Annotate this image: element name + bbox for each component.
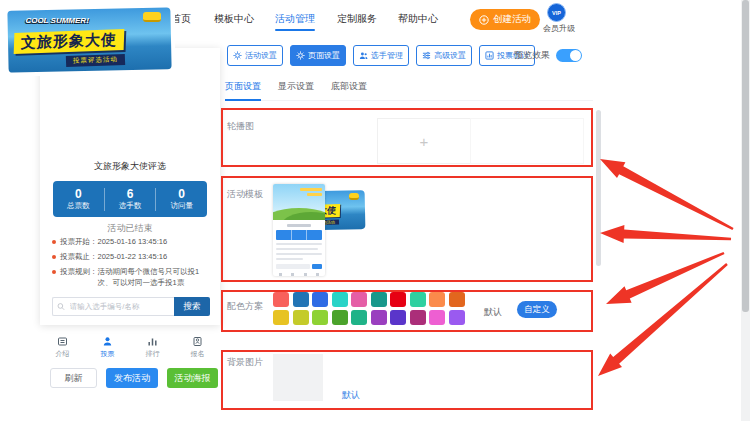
activity-template-thumbnail[interactable]: [273, 184, 325, 276]
color-swatch[interactable]: [332, 310, 348, 325]
create-activity-button[interactable]: 创建活动: [470, 9, 540, 30]
color-swatch[interactable]: [371, 310, 387, 325]
colors-field-label: 配色方案: [227, 300, 263, 313]
admin-actions: 刷新 发布活动 活动海报: [50, 368, 218, 388]
color-swatch[interactable]: [371, 292, 387, 307]
vip-badge[interactable]: VIP: [547, 3, 566, 22]
search-icon: [57, 302, 65, 311]
settings-toolbar: 活动设置 页面设置 选手管理 高级设置: [227, 45, 535, 66]
color-swatch[interactable]: [332, 292, 348, 307]
preview-toggle-group: 预览效果: [514, 49, 582, 62]
page-scrollbar-thumb[interactable]: [742, 0, 749, 312]
nav-item-activity-management[interactable]: 活动管理: [275, 12, 315, 26]
nav-item-help-center[interactable]: 帮助中心: [398, 12, 438, 26]
content-scrollbar[interactable]: [596, 110, 601, 266]
template-body: [273, 220, 325, 276]
color-swatch[interactable]: [273, 310, 289, 325]
color-swatch[interactable]: [312, 310, 328, 325]
info-label: 投票开始：: [60, 237, 98, 248]
vip-upgrade-label: 会员升级: [538, 23, 580, 34]
subtab-page-settings[interactable]: 页面设置: [225, 80, 261, 101]
template-header-art: [273, 184, 325, 220]
stat-label: 总票数: [53, 201, 104, 211]
banner-tagline: COOL SUMMER!: [25, 16, 88, 25]
add-carousel-image-tile[interactable]: +: [377, 118, 471, 164]
annotation-arrow: [598, 263, 728, 376]
bottom-nav-ranking[interactable]: 排行: [130, 332, 175, 359]
color-swatch[interactable]: [449, 292, 465, 307]
empty-carousel-slot: [470, 118, 584, 164]
plus-icon: +: [420, 133, 429, 150]
bottom-nav-vote[interactable]: 投票: [85, 332, 130, 359]
page-settings-subtabs: 页面设置 显示设置 底部设置: [225, 80, 593, 101]
preview-effect-toggle[interactable]: [556, 49, 582, 62]
template-title-bar: [307, 193, 322, 196]
tab-contestant-management[interactable]: 选手管理: [353, 45, 409, 66]
color-swatch[interactable]: [273, 292, 289, 307]
publish-activity-button[interactable]: 发布活动: [106, 368, 158, 388]
tab-advanced-settings[interactable]: 高级设置: [416, 45, 472, 66]
gear-icon: [233, 51, 242, 60]
template-bottom-nav: [279, 273, 319, 276]
tab-label: 高级设置: [434, 50, 466, 61]
tab-page-settings[interactable]: 页面设置: [290, 45, 346, 66]
color-default-option[interactable]: 默认: [484, 306, 502, 319]
color-swatch[interactable]: [293, 310, 309, 325]
stat-visits: 0 访问量: [155, 188, 207, 211]
color-swatch[interactable]: [312, 292, 328, 307]
plus-circle-icon: [479, 15, 489, 25]
color-swatch[interactable]: [410, 310, 426, 325]
nav-item-custom-service[interactable]: 定制服务: [337, 12, 377, 26]
bullet-dot-icon: [52, 255, 56, 259]
color-swatch[interactable]: [429, 292, 445, 307]
background-default-link[interactable]: 默认: [342, 389, 360, 402]
template-title-bar: [300, 188, 322, 191]
info-text: 活动期间每个微信号只可以投1次、可以对同一选手投1票: [98, 267, 211, 289]
template-text-bar: [276, 243, 322, 245]
sliders-icon: [422, 51, 431, 60]
users-icon: [359, 51, 368, 60]
template-search-bar: [276, 264, 322, 269]
carousel-field-label: 轮播图: [227, 120, 254, 133]
app-window: 状元评选 用户首页 模板中心 活动管理 定制服务 帮助中心 创建活动 VIP 会…: [0, 0, 750, 421]
tab-activity-settings[interactable]: 活动设置: [227, 45, 283, 66]
color-swatch[interactable]: [390, 310, 406, 325]
color-swatch[interactable]: [293, 292, 309, 307]
ranking-bars-icon: [147, 336, 158, 347]
template-text-bar: [276, 248, 318, 250]
color-custom-button[interactable]: 自定义: [517, 301, 557, 318]
color-swatch[interactable]: [410, 292, 426, 307]
annotation-arrow: [600, 159, 734, 230]
info-text: 2025-01-22 13:45:16: [98, 252, 211, 263]
search-input[interactable]: [68, 301, 170, 312]
color-swatch-grid: [273, 292, 465, 325]
page-scrollbar-track[interactable]: [741, 0, 750, 421]
search-button[interactable]: 搜索: [174, 297, 210, 316]
color-swatch[interactable]: [429, 310, 445, 325]
activity-poster-button[interactable]: 活动海报: [167, 368, 218, 388]
bottom-nav-intro[interactable]: 介绍: [40, 332, 85, 359]
annotation-arrow: [606, 252, 725, 304]
info-row-end: 投票截止： 2025-01-22 13:45:16: [52, 252, 210, 263]
subtab-footer-settings[interactable]: 底部设置: [331, 80, 367, 100]
refresh-button[interactable]: 刷新: [50, 368, 97, 388]
template-text-bar: [276, 253, 322, 255]
bottom-nav-signup[interactable]: 报名: [175, 332, 220, 359]
stat-label: 选手数: [105, 201, 156, 211]
background-image-placeholder[interactable]: [273, 354, 323, 401]
person-icon: [102, 336, 113, 347]
stats-box: 0 总票数 6 选手数 0 访问量: [53, 181, 207, 217]
color-swatch[interactable]: [449, 310, 465, 325]
color-swatch[interactable]: [351, 292, 367, 307]
activity-title: 文旅形象大使评选: [40, 160, 220, 173]
intro-card-icon: [57, 336, 68, 347]
subtab-display-settings[interactable]: 显示设置: [278, 80, 314, 100]
preview-bottom-nav: 介绍 投票 排行 报名: [40, 332, 220, 359]
info-text: 2025-01-16 13:45:16: [98, 237, 211, 248]
nav-item-template-center[interactable]: 模板中心: [214, 12, 254, 26]
color-swatch[interactable]: [351, 310, 367, 325]
bottom-nav-label: 排行: [146, 349, 160, 359]
color-swatch[interactable]: [390, 292, 406, 307]
template-text-bar: [276, 258, 303, 260]
bottom-nav-label: 投票: [101, 349, 115, 359]
